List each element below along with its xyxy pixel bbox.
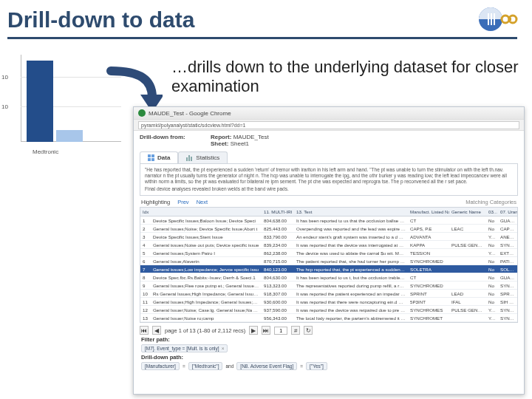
pager-refresh-button[interactable]: ↻ [304, 326, 313, 335]
cell-cat: General Issue;Alaverin [151, 257, 262, 265]
grid-icon [148, 154, 154, 161]
cell-idx: 11 [140, 298, 151, 306]
table-row[interactable]: 3Device Specific Issues;Stent Issue833,7… [140, 233, 517, 241]
cell-mfr: CT [408, 216, 449, 225]
cell-c: Yes [486, 233, 498, 241]
pager-page-input[interactable] [274, 327, 287, 335]
col-flag[interactable]: 03... [486, 208, 498, 216]
col-idx[interactable]: Idx [140, 208, 151, 216]
cell-idx: 12 [140, 306, 151, 314]
tab-data[interactable]: Data [140, 151, 178, 163]
pager-last-button[interactable]: ⏭ [262, 326, 270, 335]
cell-mfr: CAPS, P.E [408, 225, 449, 233]
table-row[interactable]: 10Rs General Issues;High Impedance; Gene… [140, 290, 517, 298]
svg-rect-14 [191, 157, 192, 161]
cell-brand: SPRINT FIDELIS [498, 290, 517, 298]
content-tabs: Data Statistics [140, 151, 524, 163]
cell-gen [449, 265, 486, 273]
cell-h1: 804,638.00 [262, 216, 294, 225]
table-row[interactable]: 13General Issuer;Noise ro;carnp956,343.0… [140, 314, 517, 322]
drill-chip[interactable]: [Manufacturer] [141, 362, 180, 370]
col-multi[interactable]: 11. MULTI-IRI [262, 208, 294, 216]
highlighting-label: Highlighting [141, 199, 170, 205]
cell-h1: 839,234.00 [262, 241, 294, 249]
svg-rect-3 [494, 13, 495, 25]
cell-cat: General Issuer;Noise ro;carnp [151, 314, 262, 322]
chip-remove-icon[interactable]: × [222, 346, 225, 351]
cell-h1: 930,600.00 [262, 298, 294, 306]
report-label: Report: [211, 134, 231, 140]
pager-prev-button[interactable]: ◀ [152, 326, 161, 335]
table-row[interactable]: 12General Issuer;Noise; Case:lg. General… [140, 306, 517, 314]
chart-bar-secondary[interactable] [56, 130, 83, 142]
cell-gen: PULSE GENERATOR; PIFN [449, 306, 486, 314]
tab-statistics-label: Statistics [196, 154, 219, 161]
cell-c: No [486, 257, 498, 265]
cell-cat: Device Specific Issues;Stent Issue [151, 233, 262, 241]
y-tick: 10 [1, 74, 8, 81]
cell-idx: 4 [140, 241, 151, 249]
tab-statistics[interactable]: Statistics [178, 151, 228, 163]
cell-brand: SOLEI-A [498, 265, 517, 273]
url-input[interactable]: pyramid/polyanalyst/static/sdcview.html?… [138, 121, 519, 129]
col-text[interactable]: 13. Text [294, 208, 408, 216]
slide-title: Drill-down to data [7, 7, 517, 39]
cell-gen: LEAD [449, 290, 486, 298]
cell-h1: 937,590.00 [262, 306, 294, 314]
cell-mfr: SYNCHROMET [408, 314, 449, 322]
cell-text: Overpending was reported and the lead wa… [294, 225, 408, 233]
table-row[interactable]: 8Device Spec.fbc.Rs.Babits:-Isuev; Derrh… [140, 273, 517, 282]
table-row[interactable]: 9General Issues;Flee rose putnp et.; Gen… [140, 282, 517, 290]
col-mfr[interactable]: Manufact. Listed Name [408, 208, 449, 216]
cell-brand: SYNCHRSHLS-YS [498, 282, 517, 290]
cell-h1: 956,343.00 [262, 314, 294, 322]
col-brand[interactable]: 07. Urand Name [498, 208, 517, 216]
cell-cat: General Issuer;Noise; Case:lg. General I… [151, 306, 262, 314]
filter-chip[interactable]: [M7]. Event_type = [Mult. is is only]× [141, 344, 228, 352]
cell-idx: 5 [140, 249, 151, 257]
cell-gen: IFAL [449, 298, 486, 306]
cell-idx: 6 [140, 257, 151, 265]
pager-first-button[interactable]: ⏮ [140, 326, 149, 335]
cell-cat: General issues;Low impedance; Jervce spe… [151, 265, 262, 273]
table-row[interactable]: 1Device Specific Issues;Baloon Issue; De… [140, 216, 517, 225]
drill-chip[interactable]: ["Yes"] [306, 362, 327, 370]
svg-rect-13 [188, 155, 190, 161]
cell-mfr: KAPPA [408, 241, 449, 249]
cell-h1: 825,443.00 [262, 225, 294, 233]
table-row[interactable]: 4General issues;Noise out puts; Device s… [140, 241, 517, 249]
cell-brand: SIH mt FIJFLIS [498, 298, 517, 306]
drill-op: and [225, 364, 233, 369]
drilldown-path-row: [Manufacturer] = ["Medtronic"] and [N8. … [141, 362, 516, 370]
prev-link[interactable]: Prev [177, 199, 188, 205]
cell-cat: General Issues;System Patro I [151, 249, 262, 257]
cell-mfr: TESSION [408, 249, 449, 257]
cell-cat: General Issues;Noise; Device Specific Is… [151, 225, 262, 233]
pager-status: page 1 of 13 (1-80 of 2,112 recs) [165, 327, 245, 334]
next-link[interactable]: Next [197, 199, 208, 205]
pager-go-button[interactable]: # [291, 326, 300, 335]
table-row[interactable]: 6General Issue;Alaverin870,715.00The pat… [140, 257, 517, 265]
table-row[interactable]: 11General Issues;High Impedance; General… [140, 298, 517, 306]
drill-chip[interactable]: ["Medtronic"] [188, 362, 223, 370]
cell-cat: General issues;Noise out puts; Device sp… [151, 241, 262, 249]
pager-next-button[interactable]: ▶ [249, 326, 258, 335]
drill-chip[interactable]: [N8. Adverse Event Flag] [236, 362, 297, 370]
table-row[interactable]: 7General issues;Low impedance; Jervce sp… [140, 265, 517, 273]
browser-window: MAUDE_Test - Google Chrome pyramid/polya… [133, 106, 525, 395]
cell-c: Yes [486, 306, 498, 314]
col-category[interactable] [151, 208, 262, 216]
tab-data-label: Data [157, 154, 170, 161]
cell-c: No [486, 298, 498, 306]
x-axis-label: Medtronic [33, 149, 58, 155]
table-row[interactable]: 2General Issues;Noise; Device Specific I… [140, 225, 517, 233]
cell-brand: CAPS.RE ELICHISS [498, 225, 517, 233]
cell-cat: General Issues;Flee rose putnp et.; Gene… [151, 282, 262, 290]
cell-gen [449, 314, 486, 322]
report-name: MAUDE_Test [233, 134, 269, 140]
drill-op: = [183, 364, 185, 369]
chart-bar-main[interactable] [27, 61, 53, 142]
pagination-bar: ⏮ ◀ page 1 of 13 (1-80 of 2,112 recs) ▶ … [140, 326, 518, 335]
table-row[interactable]: 5General Issues;System Patro I862,238.00… [140, 249, 517, 257]
col-generic[interactable]: Generic Name [449, 208, 486, 216]
